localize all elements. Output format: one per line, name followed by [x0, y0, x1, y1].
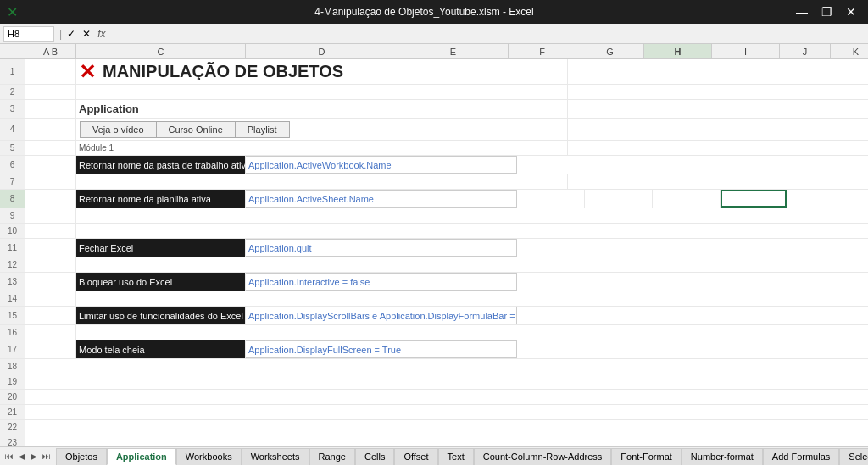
- cell-g8[interactable]: [653, 190, 721, 208]
- sheet-tabs-bar: ⏮ ◀ ▶ ⏭ Objetos Application Workbooks Wo…: [0, 446, 868, 465]
- cell-c7[interactable]: [76, 174, 568, 189]
- row-number: 9: [0, 208, 25, 223]
- tab-nav-next[interactable]: ▶: [29, 451, 39, 461]
- tab-range[interactable]: Range: [309, 448, 355, 465]
- col-header-ab[interactable]: A B: [25, 44, 76, 58]
- tab-text[interactable]: Text: [438, 448, 474, 465]
- table-row: 19: [0, 374, 868, 390]
- data-label-1[interactable]: Retornar nome da planilha ativa: [76, 190, 246, 208]
- cell-a6[interactable]: [25, 156, 76, 174]
- table-row: 4 Veja o vídeo Curso Online Playlist: [0, 119, 868, 141]
- row-number: 17: [0, 340, 25, 358]
- cell-a14[interactable]: [25, 291, 76, 306]
- row-number: 6: [0, 156, 25, 174]
- data-value-2[interactable]: Application.quit: [246, 239, 517, 257]
- veja-video-button[interactable]: Veja o vídeo: [80, 121, 156, 138]
- tab-objetos[interactable]: Objetos: [56, 448, 107, 465]
- cell-a9[interactable]: [25, 208, 76, 223]
- tab-number-format[interactable]: Number-format: [682, 448, 763, 465]
- cell-f8[interactable]: [585, 190, 653, 208]
- tab-nav-prev[interactable]: ◀: [17, 451, 27, 461]
- close-button[interactable]: ✕: [841, 5, 861, 19]
- data-label-4[interactable]: Limitar uso de funcionalidades do Excel: [76, 307, 246, 324]
- row-number: 16: [0, 325, 25, 340]
- cell-h8-selected[interactable]: [721, 190, 787, 208]
- tab-add-formulas[interactable]: Add Formulas: [763, 448, 839, 465]
- function-icon[interactable]: ✓: [67, 28, 75, 40]
- table-row: 22: [0, 420, 868, 435]
- data-label-0[interactable]: Retornar nome da pasta de trabalho ativa: [76, 156, 246, 174]
- row-number: 2: [0, 85, 25, 99]
- col-header-e[interactable]: E: [398, 44, 509, 58]
- col-header-c[interactable]: C: [76, 44, 246, 58]
- cell-a16[interactable]: [25, 325, 76, 340]
- tab-offset[interactable]: Offset: [394, 448, 437, 465]
- data-value-0[interactable]: Application.ActiveWorkbook.Name: [246, 156, 517, 174]
- cell-a1[interactable]: [25, 59, 76, 84]
- window-controls[interactable]: — ❐ ✕: [791, 5, 861, 19]
- table-row: 11 Fechar Excel Application.quit: [0, 239, 868, 257]
- table-row: 18: [0, 359, 868, 374]
- data-value-1[interactable]: Application.ActiveSheet.Name: [246, 190, 517, 208]
- tab-cells[interactable]: Cells: [355, 448, 394, 465]
- table-row: 6 Retornar nome da pasta de trabalho ati…: [0, 156, 868, 174]
- table-row: 14: [0, 291, 868, 307]
- data-value-3[interactable]: Application.Interactive = false: [246, 273, 517, 291]
- tab-select-copy-paste[interactable]: Select-copy-paste: [839, 448, 868, 465]
- cancel-icon[interactable]: ✕: [82, 28, 91, 40]
- excel-x-icon: ✕: [79, 60, 96, 84]
- tab-font-format[interactable]: Font-Format: [611, 448, 682, 465]
- cell-a2[interactable]: [25, 85, 76, 99]
- tab-application[interactable]: Application: [107, 448, 176, 465]
- col-header-d[interactable]: D: [246, 44, 398, 58]
- tab-navigation[interactable]: ⏮ ◀ ▶ ⏭: [3, 451, 53, 461]
- table-row: 20: [0, 390, 868, 405]
- col-header-h[interactable]: H: [644, 44, 712, 58]
- cell-a10[interactable]: [25, 224, 76, 238]
- table-row: 8 Retornar nome da planilha ativa Applic…: [0, 190, 868, 208]
- col-header-j[interactable]: J: [780, 44, 831, 58]
- cell-a12[interactable]: [25, 257, 76, 272]
- window-title: 4-Manipulação de Objetos_Youtube.xlsm - …: [58, 6, 791, 18]
- cell-a11[interactable]: [25, 239, 76, 257]
- data-value-5[interactable]: Application.DisplayFullScreen = True: [246, 340, 517, 358]
- col-header-g[interactable]: G: [576, 44, 644, 58]
- tab-worksheets[interactable]: Worksheets: [242, 448, 309, 465]
- data-label-5[interactable]: Modo tela cheia: [76, 340, 246, 358]
- cell-module-label[interactable]: Módule 1: [76, 141, 568, 155]
- cell-a7[interactable]: [25, 174, 76, 189]
- cell-e8[interactable]: [517, 190, 585, 208]
- curso-online-button[interactable]: Curso Online: [156, 121, 235, 138]
- cell-a13[interactable]: [25, 273, 76, 291]
- cell-a15[interactable]: [25, 307, 76, 324]
- col-header-i[interactable]: I: [712, 44, 780, 58]
- data-label-2[interactable]: Fechar Excel: [76, 239, 246, 257]
- cell-c2[interactable]: [76, 85, 568, 99]
- row-number: 12: [0, 257, 25, 272]
- data-label-3[interactable]: Bloquear uso do Excel: [76, 273, 246, 291]
- minimize-button[interactable]: —: [791, 5, 813, 19]
- formula-input[interactable]: [112, 29, 865, 39]
- cell-section-title[interactable]: Application: [76, 100, 568, 118]
- cell-a8[interactable]: [25, 190, 76, 208]
- cell-a3[interactable]: [25, 100, 76, 118]
- tab-nav-first[interactable]: ⏮: [3, 451, 15, 461]
- table-row: 10: [0, 224, 868, 239]
- table-row: 23: [0, 435, 868, 446]
- restore-button[interactable]: ❐: [816, 5, 837, 19]
- cell-reference-box[interactable]: H8: [3, 26, 54, 42]
- cell-a17[interactable]: [25, 340, 76, 358]
- tab-nav-last[interactable]: ⏭: [41, 451, 53, 461]
- cell-a4[interactable]: [25, 119, 76, 140]
- col-header-k[interactable]: K: [831, 44, 868, 58]
- cell-main-title[interactable]: ✕ MANIPULAÇÃO DE OBJETOS: [76, 59, 568, 84]
- cell-a5[interactable]: [25, 141, 76, 155]
- tab-workbooks[interactable]: Workbooks: [176, 448, 242, 465]
- table-row: 9: [0, 208, 868, 224]
- playlist-button[interactable]: Playlist: [235, 121, 290, 138]
- data-value-4[interactable]: Application.DisplayScrollBars e Applicat…: [246, 307, 517, 324]
- tab-count-col-row[interactable]: Count-Column-Row-Address: [474, 448, 612, 465]
- col-header-f[interactable]: F: [509, 44, 576, 58]
- spreadsheet-area: 1 ✕ MANIPULAÇÃO DE OBJETOS 2: [0, 59, 868, 446]
- row-number: 11: [0, 239, 25, 257]
